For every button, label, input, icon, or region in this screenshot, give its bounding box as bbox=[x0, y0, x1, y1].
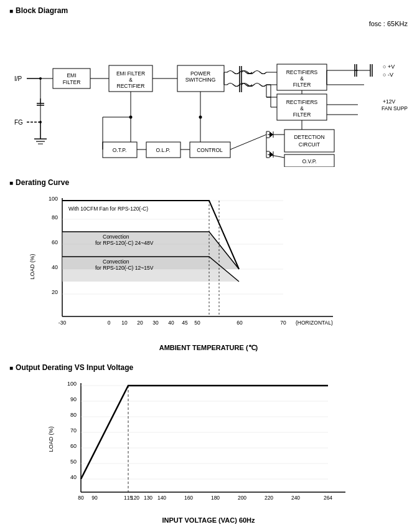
svg-marker-71 bbox=[269, 151, 273, 158]
svg-line-86 bbox=[230, 135, 266, 150]
svg-text:Convection: Convection bbox=[103, 234, 129, 240]
output-chart-svg: 100 90 80 70 60 50 40 LOAD (%) 80 90 115… bbox=[47, 377, 370, 514]
svg-text:POWER: POWER bbox=[190, 70, 210, 77]
svg-text:LOAD (%): LOAD (%) bbox=[48, 426, 54, 452]
svg-text:I/P: I/P bbox=[14, 75, 22, 82]
svg-text:RECTIFIER: RECTIFIER bbox=[117, 83, 145, 89]
svg-text:for RPS-120(-C) 12~15V: for RPS-120(-C) 12~15V bbox=[95, 265, 154, 271]
svg-text:60: 60 bbox=[52, 239, 58, 245]
svg-text:120: 120 bbox=[131, 495, 139, 501]
svg-text:45: 45 bbox=[182, 320, 188, 326]
derating-chart-svg: 100 80 60 40 20 LOAD (%) -30 0 10 20 30 … bbox=[28, 192, 389, 341]
svg-text:70: 70 bbox=[70, 427, 77, 434]
svg-text:EMI: EMI bbox=[67, 72, 76, 78]
svg-text:40: 40 bbox=[168, 320, 174, 326]
svg-text:CIRCUIT: CIRCUIT bbox=[299, 141, 320, 148]
output-chart-container: 100 90 80 70 60 50 40 LOAD (%) 80 90 115… bbox=[9, 377, 408, 524]
derating-curve-title: Derating Curve bbox=[9, 178, 408, 187]
svg-text:FILTER: FILTER bbox=[293, 82, 311, 88]
svg-text:for RPS-120(-C) 24~48V: for RPS-120(-C) 24~48V bbox=[95, 240, 154, 246]
svg-text:200: 200 bbox=[238, 495, 246, 501]
svg-text:SWITCHING: SWITCHING bbox=[185, 77, 216, 83]
svg-text:80: 80 bbox=[78, 495, 84, 501]
svg-text:80: 80 bbox=[52, 214, 58, 221]
svg-text:○ -V: ○ -V bbox=[383, 72, 393, 78]
svg-text:90: 90 bbox=[70, 396, 77, 402]
svg-text:FG: FG bbox=[14, 119, 23, 126]
svg-text:130: 130 bbox=[144, 495, 152, 501]
block-diagram-container: I/P FG EMI FILTER bbox=[9, 30, 408, 167]
svg-text:264: 264 bbox=[324, 495, 332, 501]
svg-text:O.T.P.: O.T.P. bbox=[113, 147, 127, 153]
block-diagram-svg: I/P FG EMI FILTER bbox=[9, 30, 408, 167]
svg-text:100: 100 bbox=[67, 381, 77, 387]
output-derating-section: Output Derating VS Input Voltage 100 90 … bbox=[9, 363, 408, 524]
svg-text:50: 50 bbox=[70, 458, 77, 465]
svg-text:CONTROL: CONTROL bbox=[197, 147, 223, 153]
derating-xlabel: AMBIENT TEMPERATURE (℃) bbox=[159, 344, 258, 352]
svg-text:(HORIZONTAL): (HORIZONTAL) bbox=[296, 320, 333, 326]
svg-text:With 10CFM Fan for RPS-120(-C): With 10CFM Fan for RPS-120(-C) bbox=[68, 206, 148, 212]
svg-text:FILTER: FILTER bbox=[293, 112, 311, 118]
block-diagram-section: Block Diagram fosc : 65KHz I/P FG bbox=[9, 6, 408, 167]
svg-text:&: & bbox=[300, 75, 304, 82]
svg-text:FILTER: FILTER bbox=[63, 79, 81, 85]
svg-text:DETECTION: DETECTION bbox=[294, 134, 324, 140]
svg-text:60: 60 bbox=[237, 320, 243, 326]
svg-text:140: 140 bbox=[157, 495, 166, 501]
svg-text:EMI FILTER: EMI FILTER bbox=[116, 70, 145, 77]
svg-rect-15 bbox=[53, 69, 90, 88]
svg-text:10: 10 bbox=[121, 320, 128, 326]
svg-text:○ +V: ○ +V bbox=[383, 64, 395, 70]
derating-curve-section: Derating Curve 100 80 60 40 20 LOAD (%) … bbox=[9, 178, 408, 352]
svg-text:&: & bbox=[129, 77, 133, 83]
svg-text:FAN SUPPLY: FAN SUPPLY bbox=[382, 105, 408, 112]
svg-text:Convection: Convection bbox=[103, 259, 129, 265]
svg-text:90: 90 bbox=[91, 495, 98, 501]
svg-text:60: 60 bbox=[70, 443, 77, 449]
svg-text:180: 180 bbox=[211, 495, 220, 501]
svg-marker-69 bbox=[269, 131, 273, 138]
svg-text:O.L.P.: O.L.P. bbox=[156, 147, 171, 153]
output-derating-title: Output Derating VS Input Voltage bbox=[9, 363, 408, 372]
svg-text:-30: -30 bbox=[59, 320, 67, 326]
svg-text:RECTIFIERS: RECTIFIERS bbox=[286, 69, 318, 75]
svg-text:100: 100 bbox=[49, 196, 58, 202]
svg-text:30: 30 bbox=[152, 320, 159, 326]
derating-chart-container: 100 80 60 40 20 LOAD (%) -30 0 10 20 30 … bbox=[9, 192, 408, 352]
svg-text:O.V.P.: O.V.P. bbox=[302, 158, 316, 164]
svg-text:LOAD (%): LOAD (%) bbox=[29, 254, 35, 279]
svg-text:0: 0 bbox=[108, 320, 111, 326]
svg-text:&: & bbox=[300, 105, 304, 112]
svg-text:50: 50 bbox=[194, 320, 200, 326]
svg-rect-62 bbox=[284, 130, 334, 152]
output-xlabel: INPUT VOLTAGE (VAC) 60Hz bbox=[162, 516, 255, 524]
svg-text:20: 20 bbox=[52, 289, 58, 295]
svg-text:40: 40 bbox=[70, 474, 77, 480]
svg-text:80: 80 bbox=[70, 412, 77, 418]
svg-text:+12V: +12V bbox=[383, 98, 395, 105]
fosc-label: fosc : 65KHz bbox=[9, 20, 408, 27]
svg-text:70: 70 bbox=[280, 320, 286, 326]
svg-point-96 bbox=[199, 116, 202, 119]
svg-text:20: 20 bbox=[137, 320, 143, 326]
svg-text:160: 160 bbox=[184, 495, 193, 501]
svg-text:240: 240 bbox=[291, 495, 300, 501]
block-diagram-title: Block Diagram bbox=[9, 6, 408, 15]
svg-text:40: 40 bbox=[52, 264, 58, 270]
svg-text:RECTIFIERS: RECTIFIERS bbox=[286, 99, 318, 105]
svg-text:220: 220 bbox=[265, 495, 273, 501]
